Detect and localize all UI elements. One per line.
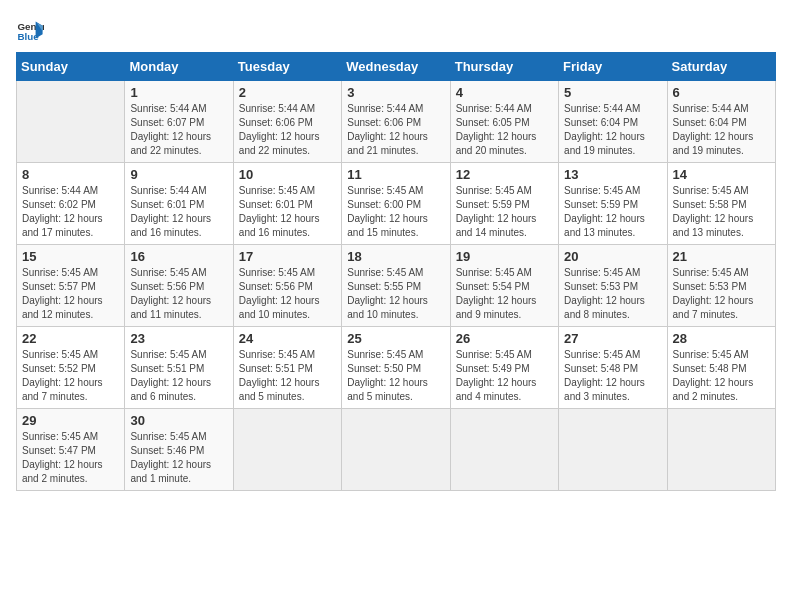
day-info: Sunrise: 5:45 AM Sunset: 5:57 PM Dayligh… (22, 267, 103, 320)
calendar-week-4: 22 Sunrise: 5:45 AM Sunset: 5:52 PM Dayl… (17, 327, 776, 409)
day-info: Sunrise: 5:45 AM Sunset: 5:56 PM Dayligh… (239, 267, 320, 320)
calendar-cell: 27 Sunrise: 5:45 AM Sunset: 5:48 PM Dayl… (559, 327, 667, 409)
calendar-week-1: 1 Sunrise: 5:44 AM Sunset: 6:07 PM Dayli… (17, 81, 776, 163)
day-number: 4 (456, 85, 553, 100)
day-info: Sunrise: 5:44 AM Sunset: 6:04 PM Dayligh… (564, 103, 645, 156)
calendar-cell (17, 81, 125, 163)
day-info: Sunrise: 5:45 AM Sunset: 5:47 PM Dayligh… (22, 431, 103, 484)
day-info: Sunrise: 5:45 AM Sunset: 5:58 PM Dayligh… (673, 185, 754, 238)
calendar-cell: 13 Sunrise: 5:45 AM Sunset: 5:59 PM Dayl… (559, 163, 667, 245)
calendar-cell: 29 Sunrise: 5:45 AM Sunset: 5:47 PM Dayl… (17, 409, 125, 491)
day-info: Sunrise: 5:45 AM Sunset: 5:46 PM Dayligh… (130, 431, 211, 484)
calendar-cell: 5 Sunrise: 5:44 AM Sunset: 6:04 PM Dayli… (559, 81, 667, 163)
day-info: Sunrise: 5:45 AM Sunset: 5:56 PM Dayligh… (130, 267, 211, 320)
day-info: Sunrise: 5:45 AM Sunset: 5:53 PM Dayligh… (564, 267, 645, 320)
calendar-cell: 2 Sunrise: 5:44 AM Sunset: 6:06 PM Dayli… (233, 81, 341, 163)
day-number: 13 (564, 167, 661, 182)
day-info: Sunrise: 5:45 AM Sunset: 5:59 PM Dayligh… (564, 185, 645, 238)
day-number: 10 (239, 167, 336, 182)
calendar-week-2: 8 Sunrise: 5:44 AM Sunset: 6:02 PM Dayli… (17, 163, 776, 245)
day-number: 30 (130, 413, 227, 428)
day-number: 11 (347, 167, 444, 182)
day-number: 8 (22, 167, 119, 182)
calendar-cell: 20 Sunrise: 5:45 AM Sunset: 5:53 PM Dayl… (559, 245, 667, 327)
day-number: 25 (347, 331, 444, 346)
calendar-cell: 25 Sunrise: 5:45 AM Sunset: 5:50 PM Dayl… (342, 327, 450, 409)
day-info: Sunrise: 5:45 AM Sunset: 5:52 PM Dayligh… (22, 349, 103, 402)
calendar-cell: 15 Sunrise: 5:45 AM Sunset: 5:57 PM Dayl… (17, 245, 125, 327)
calendar-cell: 17 Sunrise: 5:45 AM Sunset: 5:56 PM Dayl… (233, 245, 341, 327)
calendar-cell: 9 Sunrise: 5:44 AM Sunset: 6:01 PM Dayli… (125, 163, 233, 245)
calendar-cell: 18 Sunrise: 5:45 AM Sunset: 5:55 PM Dayl… (342, 245, 450, 327)
day-number: 2 (239, 85, 336, 100)
calendar-cell: 28 Sunrise: 5:45 AM Sunset: 5:48 PM Dayl… (667, 327, 775, 409)
calendar-cell: 8 Sunrise: 5:44 AM Sunset: 6:02 PM Dayli… (17, 163, 125, 245)
day-info: Sunrise: 5:44 AM Sunset: 6:05 PM Dayligh… (456, 103, 537, 156)
day-info: Sunrise: 5:45 AM Sunset: 5:48 PM Dayligh… (564, 349, 645, 402)
day-number: 22 (22, 331, 119, 346)
calendar-cell: 19 Sunrise: 5:45 AM Sunset: 5:54 PM Dayl… (450, 245, 558, 327)
calendar-table: SundayMondayTuesdayWednesdayThursdayFrid… (16, 52, 776, 491)
day-info: Sunrise: 5:45 AM Sunset: 5:55 PM Dayligh… (347, 267, 428, 320)
day-number: 1 (130, 85, 227, 100)
day-number: 21 (673, 249, 770, 264)
day-info: Sunrise: 5:45 AM Sunset: 5:54 PM Dayligh… (456, 267, 537, 320)
day-number: 24 (239, 331, 336, 346)
calendar-cell: 10 Sunrise: 5:45 AM Sunset: 6:01 PM Dayl… (233, 163, 341, 245)
day-number: 19 (456, 249, 553, 264)
col-header-monday: Monday (125, 53, 233, 81)
calendar-cell: 4 Sunrise: 5:44 AM Sunset: 6:05 PM Dayli… (450, 81, 558, 163)
calendar-cell: 3 Sunrise: 5:44 AM Sunset: 6:06 PM Dayli… (342, 81, 450, 163)
calendar-cell (667, 409, 775, 491)
day-number: 12 (456, 167, 553, 182)
day-number: 6 (673, 85, 770, 100)
logo-icon: General Blue (16, 16, 44, 44)
day-number: 23 (130, 331, 227, 346)
col-header-wednesday: Wednesday (342, 53, 450, 81)
calendar-cell: 6 Sunrise: 5:44 AM Sunset: 6:04 PM Dayli… (667, 81, 775, 163)
calendar-cell: 26 Sunrise: 5:45 AM Sunset: 5:49 PM Dayl… (450, 327, 558, 409)
day-info: Sunrise: 5:44 AM Sunset: 6:07 PM Dayligh… (130, 103, 211, 156)
day-number: 15 (22, 249, 119, 264)
day-number: 20 (564, 249, 661, 264)
day-info: Sunrise: 5:45 AM Sunset: 5:50 PM Dayligh… (347, 349, 428, 402)
header: General Blue (16, 16, 776, 44)
calendar-week-3: 15 Sunrise: 5:45 AM Sunset: 5:57 PM Dayl… (17, 245, 776, 327)
calendar-header-row: SundayMondayTuesdayWednesdayThursdayFrid… (17, 53, 776, 81)
calendar-cell (342, 409, 450, 491)
day-number: 29 (22, 413, 119, 428)
day-info: Sunrise: 5:44 AM Sunset: 6:01 PM Dayligh… (130, 185, 211, 238)
day-info: Sunrise: 5:44 AM Sunset: 6:06 PM Dayligh… (347, 103, 428, 156)
day-number: 26 (456, 331, 553, 346)
day-number: 18 (347, 249, 444, 264)
day-number: 5 (564, 85, 661, 100)
col-header-saturday: Saturday (667, 53, 775, 81)
calendar-week-5: 29 Sunrise: 5:45 AM Sunset: 5:47 PM Dayl… (17, 409, 776, 491)
calendar-cell: 21 Sunrise: 5:45 AM Sunset: 5:53 PM Dayl… (667, 245, 775, 327)
day-number: 17 (239, 249, 336, 264)
col-header-friday: Friday (559, 53, 667, 81)
calendar-cell (450, 409, 558, 491)
day-number: 9 (130, 167, 227, 182)
calendar-cell: 11 Sunrise: 5:45 AM Sunset: 6:00 PM Dayl… (342, 163, 450, 245)
calendar-cell: 14 Sunrise: 5:45 AM Sunset: 5:58 PM Dayl… (667, 163, 775, 245)
day-number: 28 (673, 331, 770, 346)
calendar-cell: 24 Sunrise: 5:45 AM Sunset: 5:51 PM Dayl… (233, 327, 341, 409)
day-info: Sunrise: 5:45 AM Sunset: 5:53 PM Dayligh… (673, 267, 754, 320)
day-number: 27 (564, 331, 661, 346)
day-number: 16 (130, 249, 227, 264)
day-info: Sunrise: 5:44 AM Sunset: 6:06 PM Dayligh… (239, 103, 320, 156)
calendar-cell: 16 Sunrise: 5:45 AM Sunset: 5:56 PM Dayl… (125, 245, 233, 327)
day-info: Sunrise: 5:45 AM Sunset: 6:01 PM Dayligh… (239, 185, 320, 238)
calendar-cell: 23 Sunrise: 5:45 AM Sunset: 5:51 PM Dayl… (125, 327, 233, 409)
calendar-cell: 22 Sunrise: 5:45 AM Sunset: 5:52 PM Dayl… (17, 327, 125, 409)
calendar-cell: 1 Sunrise: 5:44 AM Sunset: 6:07 PM Dayli… (125, 81, 233, 163)
day-number: 14 (673, 167, 770, 182)
col-header-thursday: Thursday (450, 53, 558, 81)
calendar-cell: 12 Sunrise: 5:45 AM Sunset: 5:59 PM Dayl… (450, 163, 558, 245)
day-info: Sunrise: 5:45 AM Sunset: 6:00 PM Dayligh… (347, 185, 428, 238)
col-header-tuesday: Tuesday (233, 53, 341, 81)
day-info: Sunrise: 5:44 AM Sunset: 6:04 PM Dayligh… (673, 103, 754, 156)
day-info: Sunrise: 5:44 AM Sunset: 6:02 PM Dayligh… (22, 185, 103, 238)
day-info: Sunrise: 5:45 AM Sunset: 5:49 PM Dayligh… (456, 349, 537, 402)
